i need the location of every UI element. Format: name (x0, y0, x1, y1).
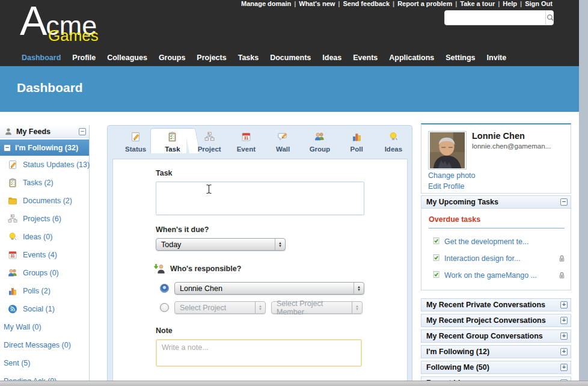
edit-profile-link[interactable]: Edit Profile (428, 182, 464, 191)
sidebar-item-groups[interactable]: Groups (0) (0, 264, 89, 282)
sidebar-item-status-updates[interactable]: Status Updates (13) (0, 156, 89, 174)
project-member-select[interactable]: Select Project Member (271, 301, 363, 314)
note-input[interactable] (156, 339, 362, 367)
tab-ideas[interactable]: Ideas (375, 131, 412, 153)
nav-tasks[interactable]: Tasks (238, 54, 259, 62)
nav-applications[interactable]: Applications (389, 54, 434, 62)
collapse-icon[interactable] (79, 128, 86, 135)
social-icon (8, 304, 17, 314)
task-input[interactable] (156, 182, 364, 215)
task-check-icon (432, 271, 440, 278)
nav-dashboard[interactable]: Dashboard (22, 54, 61, 62)
project-select[interactable]: Select Project (174, 301, 266, 314)
expand-icon[interactable] (560, 317, 568, 324)
utility-link-help[interactable]: Help (503, 0, 517, 7)
dashboard-page: Manage domain|What's new|Send feedback|R… (0, 0, 588, 386)
sidebar-item-label[interactable]: Tasks (2) (23, 179, 54, 187)
task-check-icon (432, 254, 440, 262)
sidebar-item-projects[interactable]: Projects (6) (0, 210, 89, 228)
brand-logo[interactable]: Acme Games (20, 0, 97, 41)
accordion-following-me[interactable]: Following Me (50) (421, 361, 571, 374)
nav-invite[interactable]: Invite (487, 54, 507, 62)
upcoming-tasks-header[interactable]: My Upcoming Tasks (421, 196, 571, 209)
expand-icon[interactable] (560, 364, 568, 371)
sidebar-item-ideas[interactable]: Ideas (0) (0, 228, 89, 246)
projects-icon (8, 214, 17, 224)
sidebar-item-events[interactable]: Events (4) (0, 246, 89, 264)
divider (429, 228, 565, 228)
utility-link-report-problem[interactable]: Report a problem (397, 0, 452, 7)
sidebar-item-label[interactable]: Events (4) (23, 251, 57, 259)
link-separator: | (291, 0, 299, 7)
tab-status[interactable]: Status (117, 131, 154, 153)
task-link[interactable]: Work on the gameMango ... (444, 270, 545, 281)
collapse-icon[interactable] (560, 198, 568, 206)
task-row: Interaction design for... (432, 253, 566, 265)
sidebar-item-label[interactable]: Social (1) (23, 305, 55, 313)
change-photo-link[interactable]: Change photo (428, 171, 476, 180)
accordion-project-conversations[interactable]: My Recent Project Conversations (421, 314, 571, 327)
utility-link-sign-out[interactable]: Sign Out (525, 0, 553, 7)
sidebar-item-direct-messages[interactable]: Direct Messages (0) (0, 336, 89, 354)
sidebar-item-polls[interactable]: Polls (2) (0, 282, 89, 300)
page-title: Dashboard (17, 81, 83, 95)
due-select[interactable]: Today (156, 238, 286, 251)
project-icon (204, 132, 215, 142)
task-link[interactable]: Get the development te... (444, 236, 545, 248)
nav-settings[interactable]: Settings (446, 54, 475, 62)
tasks-icon (8, 178, 17, 188)
search-button[interactable] (545, 11, 554, 25)
tab-label: Status (117, 146, 154, 153)
tab-group[interactable]: Group (301, 131, 338, 153)
sidebar-item-documents[interactable]: Documents (2) (0, 192, 89, 210)
nav-ideas[interactable]: Ideas (322, 54, 341, 62)
accordion-group-conversations[interactable]: My Recent Group Conversations (421, 329, 571, 343)
nav-groups[interactable]: Groups (159, 54, 185, 62)
sidebar-item-label[interactable]: Documents (2) (23, 197, 72, 205)
expand-icon[interactable] (560, 348, 568, 355)
accordion-label: My Recent Project Conversations (426, 316, 546, 325)
nav-events[interactable]: Events (353, 54, 378, 62)
utility-link-whats-new[interactable]: What's new (299, 0, 335, 7)
tab-poll[interactable]: Poll (338, 131, 375, 153)
search-input[interactable] (445, 11, 545, 25)
nav-profile[interactable]: Profile (72, 54, 96, 62)
accordion-im-following[interactable]: I'm Following (12) (421, 345, 571, 358)
utility-link-manage-domain[interactable]: Manage domain (241, 0, 291, 7)
sidebar-item-label[interactable]: Ideas (0) (23, 233, 52, 241)
utility-link-take-tour[interactable]: Take a tour (460, 0, 495, 7)
sidebar-item-social[interactable]: Social (1) (0, 300, 89, 318)
task-link[interactable]: Interaction design for... (444, 253, 545, 265)
sidebar-item-label[interactable]: Groups (0) (23, 269, 59, 277)
sidebar-item-my-wall[interactable]: My Wall (0) (0, 318, 89, 336)
accordion-private-conversations[interactable]: My Recent Private Conversations (421, 298, 571, 311)
expand-icon[interactable] (560, 301, 568, 308)
ideas-icon (8, 232, 17, 242)
sidebar-item-label[interactable]: Polls (2) (23, 287, 51, 295)
sidebar-item-sent[interactable]: Sent (5) (0, 354, 89, 372)
nav-projects[interactable]: Projects (197, 54, 226, 62)
nav-colleagues[interactable]: Colleagues (107, 54, 147, 62)
sidebar-item-label[interactable]: Sent (5) (4, 359, 30, 367)
sidebar-item-label[interactable]: My Wall (0) (4, 323, 41, 331)
expand-icon[interactable] (560, 332, 568, 340)
sidebar-item-im-following[interactable]: I'm Following (32) (0, 139, 89, 156)
tab-wall[interactable]: Wall (265, 131, 301, 153)
sidebar-item-label[interactable]: Status Updates (13) (23, 161, 90, 169)
ideas-icon (388, 132, 399, 142)
site-header: Manage domain|What's new|Send feedback|R… (0, 0, 579, 66)
tab-task[interactable]: Task (154, 131, 191, 153)
tab-event[interactable]: Event (228, 131, 265, 153)
collapse-icon[interactable] (4, 144, 11, 152)
upcoming-tasks-section: My Upcoming Tasks Overdue tasks Get the … (421, 195, 571, 290)
sidebar-item-label[interactable]: Direct Messages (0) (4, 341, 71, 349)
sidebar-item-tasks[interactable]: Tasks (2) (0, 174, 89, 192)
sidebar-item-label[interactable]: Projects (6) (23, 215, 61, 223)
assignee-select[interactable]: Lonnie Chen (174, 282, 364, 295)
assignee-project-radio[interactable] (160, 303, 169, 312)
utility-link-send-feedback[interactable]: Send feedback (343, 0, 390, 7)
nav-documents[interactable]: Documents (270, 54, 311, 62)
assignee-person-radio[interactable] (160, 284, 169, 293)
profile-name: Lonnie Chen (472, 131, 525, 141)
project-member-select-value: Select Project Member (277, 299, 352, 316)
